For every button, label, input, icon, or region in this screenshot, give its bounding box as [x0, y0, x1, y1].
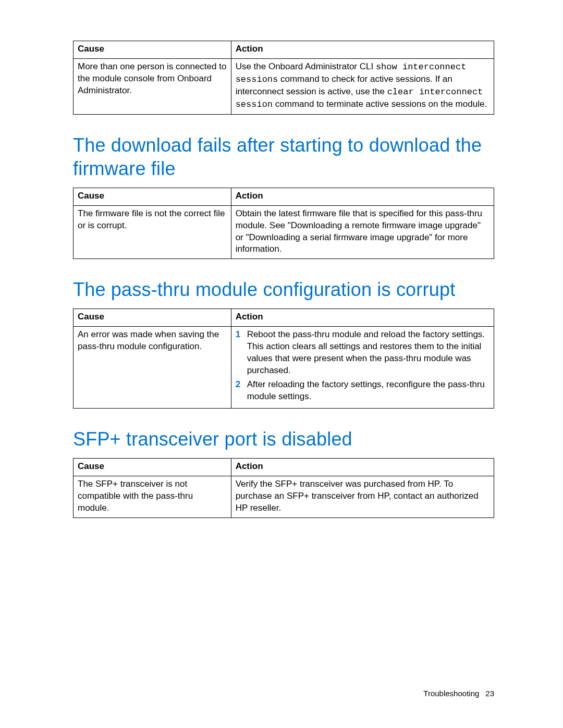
cell-cause: The SFP+ transceiver is not compatible w…	[74, 476, 231, 517]
th-action: Action	[231, 41, 494, 59]
cell-action: Obtain the latest firmware file that is …	[231, 205, 494, 259]
th-action: Action	[231, 188, 494, 205]
th-action: Action	[231, 309, 494, 327]
list-item: After reloading the factory settings, re…	[236, 379, 489, 403]
table-row: The firmware file is not the correct fil…	[74, 205, 494, 259]
cell-action: Reboot the pass-thru module and reload t…	[231, 327, 494, 409]
footer-section: Troubleshooting	[423, 689, 479, 698]
table-row: The SFP+ transceiver is not compatible w…	[74, 476, 494, 517]
table-row: More than one person is connected to the…	[74, 58, 494, 114]
heading-config-corrupt: The pass-thru module configuration is co…	[73, 278, 494, 301]
page-footer: Troubleshooting23	[423, 689, 494, 698]
table-console-sessions: Cause Action More than one person is con…	[73, 41, 494, 115]
cell-cause: The firmware file is not the correct fil…	[74, 205, 231, 259]
cell-action: Verify the SFP+ transceiver was purchase…	[231, 476, 494, 517]
action-steps: Reboot the pass-thru module and reload t…	[236, 329, 489, 403]
list-item: Reboot the pass-thru module and reload t…	[236, 329, 489, 377]
footer-page-number: 23	[485, 689, 494, 698]
table-download-fails: Cause Action The firmware file is not th…	[73, 188, 494, 260]
cell-action: Use the Onboard Administrator CLI show i…	[231, 58, 494, 114]
heading-sfp-disabled: SFP+ transceiver port is disabled	[73, 427, 494, 451]
cell-cause: An error was made when saving the pass-t…	[74, 327, 231, 409]
table-row: An error was made when saving the pass-t…	[74, 327, 494, 409]
th-cause: Cause	[74, 41, 231, 59]
th-cause: Cause	[74, 458, 231, 476]
table-config-corrupt: Cause Action An error was made when savi…	[73, 309, 494, 409]
heading-download-fails: The download fails after starting to dow…	[73, 133, 494, 180]
table-sfp-disabled: Cause Action The SFP+ transceiver is not…	[73, 458, 494, 518]
th-action: Action	[231, 458, 494, 476]
cell-cause: More than one person is connected to the…	[74, 58, 231, 114]
th-cause: Cause	[74, 188, 231, 205]
th-cause: Cause	[74, 309, 231, 327]
